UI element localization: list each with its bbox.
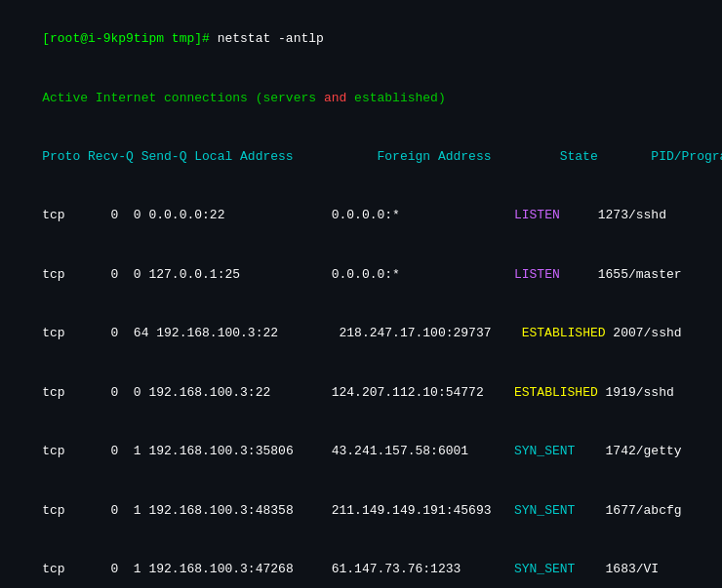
col-header-proto: Proto: [42, 149, 88, 164]
and-word: and: [324, 91, 346, 105]
col-header-foreign: Foreign Address: [377, 149, 559, 164]
header-text-2: established): [346, 91, 445, 105]
col-header-state: State: [560, 149, 652, 164]
connections-header: Active Internet connections (servers and…: [12, 68, 710, 127]
table-row: tcp 0 0 0.0.0.0:22 0.0.0.0:* LISTEN 1273…: [12, 186, 710, 245]
netstat-cmd: netstat -antlp: [218, 31, 324, 46]
prompt-1: [root@i-9kp9tipm tmp]#: [42, 31, 217, 46]
column-headers: Proto Recv-Q Send-Q Local Address Foreig…: [12, 128, 710, 186]
col-header-sendq: Send-Q: [141, 149, 195, 164]
table-row: tcp 0 1 192.168.100.3:47268 61.147.73.76…: [12, 540, 710, 588]
col-header-recvq: Recv-Q: [88, 149, 141, 164]
table-row: tcp 0 1 192.168.100.3:48358 211.149.149.…: [12, 481, 710, 539]
col-header-pid: PID/Program name: [651, 149, 722, 164]
table-row: tcp 0 0 127.0.0.1:25 0.0.0.0:* LISTEN 16…: [12, 246, 710, 304]
upper-terminal: [root@i-9kp9tipm tmp]# netstat -antlp Ac…: [0, 0, 722, 588]
col-header-local: Local Address: [194, 149, 377, 164]
table-row: tcp 0 1 192.168.100.3:35806 43.241.157.5…: [12, 422, 710, 481]
header-text-1: Active Internet connections (servers: [42, 91, 324, 105]
table-row: tcp 0 64 192.168.100.3:22 218.247.17.100…: [12, 304, 710, 363]
table-row: tcp 0 0 192.168.100.3:22 124.207.112.10:…: [12, 364, 710, 422]
netstat-command-line: [root@i-9kp9tipm tmp]# netstat -antlp: [12, 10, 710, 68]
